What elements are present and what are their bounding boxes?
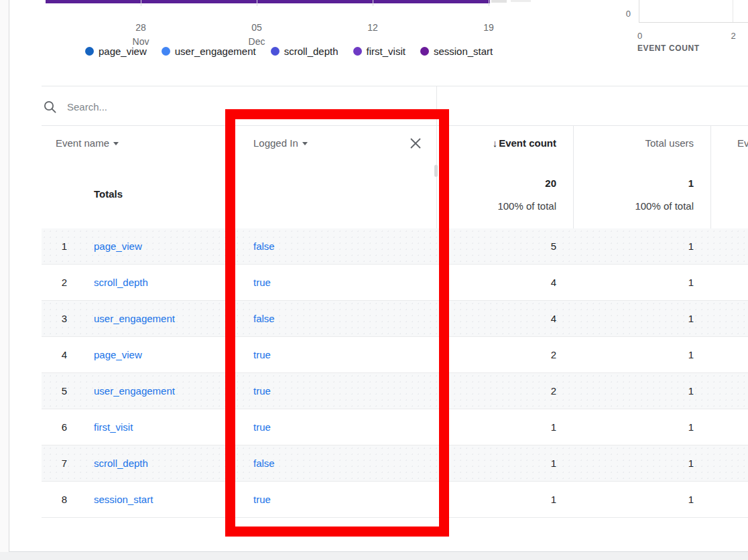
- totals-event-count-percent: 100% of total: [497, 200, 556, 212]
- total-users-value: 1: [688, 421, 694, 434]
- line-chart-axis-fragment: [511, 0, 531, 2]
- line-chart-series-line: [46, 0, 490, 3]
- event-name-link[interactable]: user_engagement: [94, 384, 175, 398]
- column-header-label: Event name: [56, 137, 109, 149]
- event-count-value: 1: [551, 493, 556, 506]
- legend-item[interactable]: user_engagement: [162, 46, 256, 57]
- x-axis-tick: [141, 0, 141, 6]
- bar-chart-y-tick-label: 0: [618, 9, 631, 19]
- event-name-link[interactable]: session_start: [94, 493, 153, 506]
- row-number: 8: [52, 493, 67, 506]
- event-count-value: 5: [551, 240, 556, 253]
- event-count-value: 4: [551, 276, 556, 289]
- event-name-link[interactable]: scroll_depth: [94, 276, 148, 289]
- totals-total-users-percent: 100% of total: [635, 200, 694, 212]
- x-axis-tick: [257, 0, 257, 6]
- x-axis-label: 28Nov: [114, 21, 168, 49]
- bar-chart-x-tick-label: 2: [728, 31, 739, 41]
- legend-item-label: scroll_depth: [284, 46, 338, 57]
- legend-item-label: page_view: [99, 46, 147, 57]
- dropdown-caret-icon: [113, 142, 119, 145]
- event-name-link[interactable]: user_engagement: [94, 312, 175, 326]
- row-number: 4: [52, 348, 67, 362]
- row-number: 1: [52, 240, 67, 253]
- chart-legend: page_view user_engagement scroll_depth f…: [85, 46, 493, 57]
- bar-chart-plot-area: [639, 0, 748, 23]
- legend-color-dot-icon: [353, 47, 362, 56]
- x-axis-label: 05Dec: [230, 21, 284, 49]
- bar-chart-gridline: [733, 0, 733, 22]
- x-axis-label: 19: [462, 21, 515, 35]
- event-count-value: 4: [551, 312, 556, 326]
- legend-color-dot-icon: [271, 47, 279, 56]
- legend-item[interactable]: scroll_depth: [271, 46, 338, 57]
- total-users-value: 1: [688, 493, 694, 506]
- column-header-event-count[interactable]: ↓ Event count: [493, 137, 556, 149]
- totals-event-count: 20: [545, 178, 556, 189]
- column-header-total-users[interactable]: Total users: [645, 137, 694, 149]
- column-header-label: Event count: [499, 137, 556, 149]
- bar-chart-x-tick-label: 0: [637, 31, 642, 41]
- total-users-value: 1: [688, 312, 694, 326]
- column-header-label: Total users: [645, 137, 694, 149]
- legend-item-label: session_start: [434, 46, 493, 57]
- x-axis-tick: [489, 0, 489, 6]
- event-count-value: 1: [551, 457, 556, 470]
- event-name-link[interactable]: scroll_depth: [94, 457, 148, 470]
- legend-item-label: user_engagement: [175, 46, 256, 57]
- page-background-strip: [0, 552, 748, 560]
- column-header-event-name[interactable]: Event name: [56, 137, 119, 149]
- total-users-value: 1: [688, 457, 694, 470]
- total-users-value: 1: [688, 384, 694, 398]
- row-number: 6: [52, 421, 67, 434]
- total-users-value: 1: [688, 240, 694, 253]
- total-users-value: 1: [688, 276, 694, 289]
- row-number: 7: [52, 457, 67, 470]
- event-name-link[interactable]: page_view: [94, 348, 142, 362]
- legend-item-label: first_visit: [367, 46, 406, 57]
- row-number: 3: [52, 312, 67, 326]
- search-input[interactable]: Search...: [67, 101, 107, 113]
- legend-item[interactable]: first_visit: [353, 46, 406, 57]
- search-icon: [44, 100, 57, 114]
- total-users-value: 1: [688, 348, 694, 362]
- legend-item[interactable]: page_view: [85, 46, 147, 57]
- column-header-label: Ev: [737, 137, 748, 149]
- event-name-link[interactable]: first_visit: [94, 421, 133, 434]
- totals-label: Totals: [94, 188, 123, 200]
- event-count-value: 1: [551, 421, 556, 434]
- event-name-link[interactable]: page_view: [94, 240, 142, 253]
- legend-item[interactable]: session_start: [420, 46, 493, 57]
- column-header-truncated[interactable]: Ev: [737, 137, 748, 149]
- page-left-margin: [0, 0, 9, 552]
- x-axis-tick: [373, 0, 373, 6]
- line-chart-axis-fragment: [491, 0, 507, 3]
- table-top-border: [42, 86, 748, 86]
- bar-chart-axis-title: EVENT COUNT: [637, 44, 700, 53]
- totals-total-users: 1: [688, 178, 694, 189]
- sort-descending-icon: ↓: [493, 137, 498, 149]
- analytics-events-report: 28Nov 05Dec 12 19 page_view user_engagem…: [0, 0, 748, 560]
- legend-color-dot-icon: [162, 47, 170, 56]
- row-number: 5: [52, 384, 67, 398]
- legend-color-dot-icon: [85, 47, 94, 56]
- row-number: 2: [52, 276, 67, 289]
- event-count-value: 2: [551, 384, 556, 398]
- card-left-border: [9, 0, 9, 551]
- event-count-value: 2: [551, 348, 556, 362]
- red-highlight-annotation: [225, 109, 449, 537]
- legend-color-dot-icon: [420, 47, 429, 56]
- x-axis-label: 12: [346, 21, 399, 35]
